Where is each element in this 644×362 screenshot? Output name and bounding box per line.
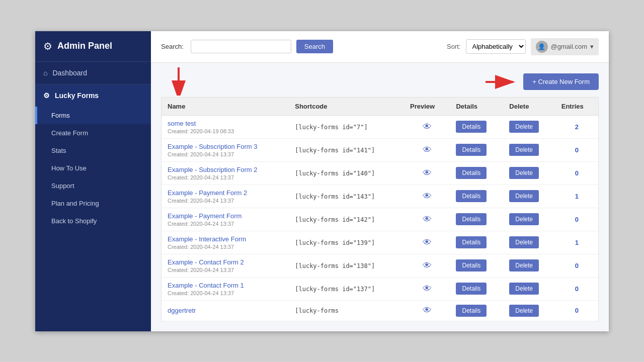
form-date: Created: 2020-04-24 13:37 (168, 198, 283, 204)
search-button[interactable]: Search (296, 40, 333, 53)
form-name-link[interactable]: some test (168, 120, 283, 127)
shortcode-value: [lucky-forms id="138"] (295, 262, 375, 269)
form-name-link[interactable]: Example - Payment Form 2 (168, 189, 283, 197)
cell-details: Details (450, 115, 503, 138)
sort-select[interactable]: Alphabetically By Date By Entries (466, 39, 526, 54)
sidebar-item-back-to-shopify[interactable]: Back to Shopify (35, 212, 151, 230)
arrow-right-container: + Create New Form (483, 73, 599, 91)
cell-name: Example - Contact Form 1Created: 2020-04… (162, 277, 289, 300)
delete-button[interactable]: Delete (509, 236, 539, 248)
delete-button[interactable]: Delete (509, 283, 539, 295)
table-row: Example - Interactive FormCreated: 2020-… (162, 231, 599, 254)
search-input[interactable] (191, 40, 291, 53)
arrow-down-annotation (166, 65, 191, 97)
shortcode-value: [lucky-forms id="141"] (295, 147, 375, 154)
content-area: + Create New Form Name Shortcode Preview… (151, 63, 609, 331)
th-details: Details (450, 97, 503, 115)
search-label: Search: (161, 43, 184, 50)
cell-name: some testCreated: 2020-04-19 08:33 (162, 115, 289, 138)
entries-value: 0 (575, 169, 579, 177)
sidebar-items: Forms Create Form Stats How To Use Suppo… (35, 107, 151, 230)
entries-value: 0 (575, 262, 579, 269)
sidebar-item-create-form[interactable]: Create Form (35, 124, 151, 142)
delete-button[interactable]: Delete (509, 121, 539, 133)
form-name-link[interactable]: Example - Subscription Form 2 (168, 166, 283, 173)
form-name-link[interactable]: dggertretr (168, 307, 283, 314)
avatar: 👤 (536, 41, 548, 53)
cell-shortcode: [lucky-forms id="7"] (289, 115, 404, 138)
preview-eye-icon[interactable]: 👁 (410, 122, 444, 132)
cell-preview: 👁 (404, 185, 450, 208)
table-row: dggertretr[lucky-forms👁DetailsDelete0 (162, 300, 599, 321)
details-button[interactable]: Details (456, 305, 487, 317)
entries-value: 1 (575, 193, 579, 200)
form-name-link[interactable]: Example - Interactive Form (168, 235, 283, 243)
preview-eye-icon[interactable]: 👁 (410, 145, 444, 155)
cell-entries: 0 (555, 208, 599, 231)
preview-eye-icon[interactable]: 👁 (410, 260, 444, 271)
cell-name: Example - Payment FormCreated: 2020-04-2… (162, 208, 289, 231)
form-name-link[interactable]: Example - Contact Form 2 (168, 258, 283, 266)
details-button[interactable]: Details (456, 167, 487, 179)
delete-button[interactable]: Delete (509, 259, 539, 272)
sidebar-item-plan-and-pricing[interactable]: Plan and Pricing (35, 195, 151, 212)
user-dropdown[interactable]: 👤 @gmail.com ▾ (531, 38, 599, 55)
top-bar: Search: Search Sort: Alphabetically By D… (151, 31, 609, 63)
create-new-form-button[interactable]: + Create New Form (523, 73, 599, 90)
cell-preview: 👁 (404, 115, 450, 138)
preview-eye-icon[interactable]: 👁 (410, 284, 444, 294)
form-name-link[interactable]: Example - Payment Form (168, 212, 283, 220)
cell-shortcode: [lucky-forms id="140"] (289, 161, 404, 185)
details-button[interactable]: Details (456, 121, 487, 133)
table-row: Example - Contact Form 1Created: 2020-04… (162, 277, 599, 300)
details-button[interactable]: Details (456, 190, 487, 202)
home-icon: ⌂ (43, 69, 47, 77)
table-row: some testCreated: 2020-04-19 08:33[lucky… (162, 115, 599, 138)
shortcode-value: [lucky-forms id="137"] (295, 286, 375, 293)
details-button[interactable]: Details (456, 259, 487, 272)
entries-value: 0 (575, 216, 579, 223)
details-button[interactable]: Details (456, 213, 487, 225)
arrow-right-annotation (483, 73, 518, 91)
preview-eye-icon[interactable]: 👁 (410, 237, 444, 248)
entries-value: 0 (575, 146, 579, 154)
action-bar: + Create New Form (161, 68, 599, 97)
delete-button[interactable]: Delete (509, 305, 539, 317)
cell-entries: 1 (555, 185, 599, 208)
cell-entries: 1 (555, 231, 599, 254)
user-email: @gmail.com (551, 43, 587, 50)
delete-button[interactable]: Delete (509, 190, 539, 202)
sidebar-item-how-to-use[interactable]: How To Use (35, 159, 151, 177)
table-row: Example - Subscription Form 3Created: 20… (162, 138, 599, 161)
delete-button[interactable]: Delete (509, 167, 539, 179)
cell-preview: 👁 (404, 277, 450, 300)
details-button[interactable]: Details (456, 236, 487, 248)
form-date: Created: 2020-04-24 13:37 (168, 244, 283, 250)
dropdown-chevron-icon: ▾ (590, 43, 594, 50)
preview-eye-icon[interactable]: 👁 (410, 191, 444, 202)
cell-preview: 👁 (404, 138, 450, 161)
details-button[interactable]: Details (456, 144, 487, 156)
form-date: Created: 2020-04-24 13:37 (168, 221, 283, 227)
details-button[interactable]: Details (456, 283, 487, 295)
form-name-link[interactable]: Example - Contact Form 1 (168, 282, 283, 289)
preview-eye-icon[interactable]: 👁 (410, 168, 444, 178)
cell-shortcode: [lucky-forms id="137"] (289, 277, 404, 300)
table-row: Example - Payment Form 2Created: 2020-04… (162, 185, 599, 208)
preview-eye-icon[interactable]: 👁 (410, 305, 444, 316)
sidebar-item-stats[interactable]: Stats (35, 142, 151, 159)
cell-details: Details (450, 254, 503, 277)
th-entries: Entries (555, 97, 599, 115)
cell-name: Example - Subscription Form 3Created: 20… (162, 138, 289, 161)
sidebar-item-dashboard[interactable]: ⌂ Dashboard (35, 62, 151, 84)
form-name-link[interactable]: Example - Subscription Form 3 (168, 143, 283, 150)
delete-button[interactable]: Delete (509, 144, 539, 156)
cell-name: Example - Interactive FormCreated: 2020-… (162, 231, 289, 254)
shortcode-value: [lucky-forms id="140"] (295, 170, 375, 177)
sidebar-item-forms[interactable]: Forms (35, 107, 151, 124)
cell-delete: Delete (503, 300, 555, 321)
sidebar-item-support[interactable]: Support (35, 177, 151, 195)
delete-button[interactable]: Delete (509, 213, 539, 225)
preview-eye-icon[interactable]: 👁 (410, 214, 444, 225)
entries-value: 2 (575, 123, 579, 131)
